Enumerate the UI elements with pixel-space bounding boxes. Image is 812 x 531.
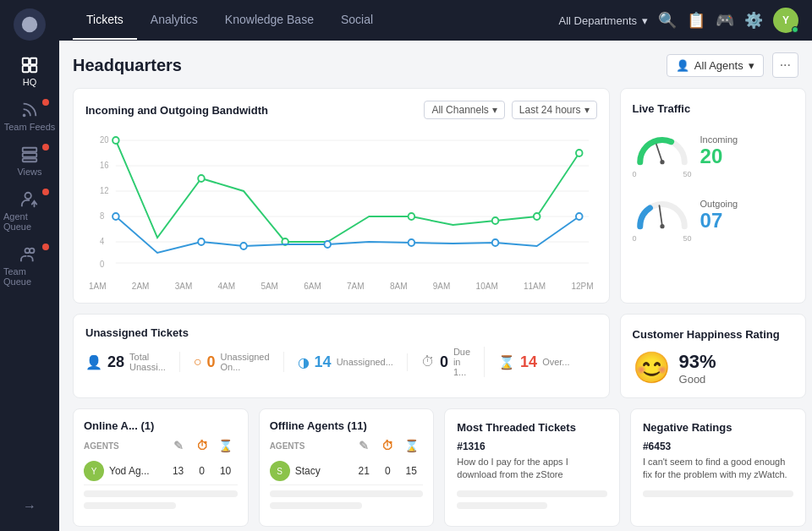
svg-point-5 (24, 115, 25, 117)
agent-name: Y Yod Ag... (84, 461, 167, 481)
svg-point-34 (324, 241, 331, 248)
svg-point-28 (492, 217, 499, 224)
bandwidth-title: Incoming and Outgoing Bandwidth (85, 104, 268, 117)
inbox-icon[interactable]: 📋 (687, 11, 705, 30)
happiness-content: 😊 93% Good (633, 350, 793, 386)
table-row: S Stacy 21 0 15 (270, 457, 424, 485)
tab-analytics[interactable]: Analytics (137, 1, 211, 40)
sidebar: HQ Team Feeds Views Agent Queue (0, 0, 59, 531)
chart-x-labels: 1AM 2AM 3AM 4AM 5AM 6AM 7AM 8AM 9AM 10AM… (85, 282, 597, 291)
bottom-grid: Online A... (1) AGENTS ✎ ⏱ ⌛ Y Yod Ag... (73, 408, 806, 527)
unassigned-tickets-card: Unassigned Tickets 👤 28 Total Unassi... … (73, 314, 610, 398)
negative-ticket-text: I can't seem to find a good enough fix f… (643, 456, 793, 482)
tab-tickets[interactable]: Tickets (73, 1, 137, 40)
svg-line-38 (656, 145, 662, 162)
skeleton-line (457, 502, 547, 509)
incoming-value: 20 (700, 145, 738, 168)
svg-point-33 (240, 243, 247, 249)
page-header: Headquarters 👤 All Agents ▾ ··· (73, 52, 798, 78)
incoming-gauge-svg (633, 124, 692, 167)
outgoing-gauge-svg (633, 189, 692, 231)
svg-point-25 (198, 175, 205, 182)
svg-rect-1 (23, 58, 29, 64)
svg-point-27 (409, 213, 415, 220)
svg-point-30 (576, 150, 583, 156)
outgoing-value: 07 (700, 209, 738, 233)
svg-point-37 (576, 213, 583, 220)
ticket-icon: ✎ (167, 439, 190, 452)
dashboard-grid: Incoming and Outgoing Bandwidth All Chan… (73, 88, 798, 527)
agentqueue-badge (42, 189, 49, 195)
settings-icon[interactable]: ⚙️ (744, 11, 763, 30)
stat-over: ⌛ 14 Over... (498, 353, 583, 371)
bandwidth-chart: 20 16 12 8 4 0 (85, 128, 597, 280)
page-title: Headquarters (73, 56, 182, 75)
happiness-percentage: 93% (679, 351, 716, 373)
sidebar-logo[interactable] (14, 8, 46, 41)
negative-ticket-id: #6453 (643, 441, 793, 452)
content: Headquarters 👤 All Agents ▾ ··· Incoming… (59, 41, 812, 531)
stat-total: 👤 28 Total Unassi... (85, 352, 180, 372)
svg-text:20: 20 (100, 135, 109, 145)
sidebar-item-views[interactable]: Views (0, 139, 59, 183)
stat-online-number: 0 (207, 353, 216, 371)
sidebar-item-agentqueue-label: Agent Queue (3, 211, 56, 232)
svg-point-11 (30, 249, 35, 254)
avatar: Y (84, 461, 104, 481)
department-selector[interactable]: All Departments ▾ (559, 14, 648, 27)
sidebar-item-hq-label: HQ (23, 77, 37, 87)
svg-point-36 (492, 239, 499, 246)
threaded-ticket-id: #1316 (457, 441, 607, 452)
sidebar-item-teamqueue[interactable]: Team Queue (0, 238, 59, 293)
outgoing-gauge: 0 50 Outgoing 07 (633, 189, 793, 243)
svg-point-32 (198, 238, 205, 245)
sidebar-item-hq[interactable]: HQ (0, 49, 59, 94)
more-options-button[interactable]: ··· (772, 52, 798, 78)
gauge-section: 0 50 Incoming 20 (633, 124, 793, 243)
channels-filter-button[interactable]: All Channels ▾ (424, 101, 504, 119)
sidebar-expand-button[interactable]: → (0, 490, 59, 523)
stat-unassigned-number: 14 (315, 353, 332, 371)
happiness-card: Customer Happiness Rating 😊 93% Good (620, 314, 806, 398)
svg-text:4: 4 (100, 237, 105, 246)
sidebar-item-teamfeeds-label: Team Feeds (4, 122, 56, 132)
offline-agents-title: Offline Agents (11) (270, 419, 424, 432)
svg-point-39 (660, 160, 664, 164)
happiness-title: Customer Happiness Rating (633, 328, 780, 341)
search-icon[interactable]: 🔍 (658, 11, 677, 30)
incoming-gauge: 0 50 Incoming 20 (633, 124, 793, 178)
incoming-label: Incoming (700, 134, 738, 145)
hourglass-col-icon: ⌛ (214, 439, 238, 452)
half-circle-icon: ◑ (298, 354, 310, 370)
skeleton-line (84, 502, 176, 509)
game-icon[interactable]: 🎮 (716, 11, 734, 30)
time-filter-button[interactable]: Last 24 hours ▾ (512, 101, 597, 119)
sidebar-item-teamfeeds[interactable]: Team Feeds (0, 94, 59, 139)
circle-icon: ○ (194, 354, 202, 370)
stat-total-number: 28 (107, 353, 124, 371)
svg-line-40 (659, 205, 662, 227)
all-agents-button[interactable]: 👤 All Agents ▾ (667, 54, 764, 77)
stat-over-number: 14 (520, 353, 537, 371)
stat-online: ○ 0 Unassigned On... (194, 352, 284, 372)
live-traffic-title: Live Traffic (633, 102, 691, 115)
negative-ratings-title: Negative Ratings (643, 421, 793, 434)
unassigned-stats: 👤 28 Total Unassi... ○ 0 Unassigned On..… (85, 347, 597, 377)
bottom-row: Online A... (1) AGENTS ✎ ⏱ ⌛ Y Yod Ag... (73, 408, 806, 527)
tab-knowledge-base[interactable]: Knowledge Base (211, 1, 327, 40)
svg-point-31 (112, 213, 119, 220)
chevron-down-icon: ▾ (749, 59, 754, 72)
skeleton-line (270, 490, 424, 497)
negative-ratings-card: Negative Ratings #6453 I can't seem to f… (630, 408, 806, 527)
bandwidth-card-header: Incoming and Outgoing Bandwidth All Chan… (85, 101, 597, 119)
avatar[interactable]: Y (773, 8, 798, 33)
skeleton-line (84, 490, 238, 497)
sidebar-item-agentqueue[interactable]: Agent Queue (0, 183, 59, 238)
tab-social[interactable]: Social (327, 1, 387, 40)
clock-col-icon: ⏱ (376, 439, 399, 452)
outgoing-gauge-info: Outgoing 07 (700, 199, 738, 233)
topnav: Tickets Analytics Knowledge Base Social … (59, 0, 812, 41)
online-agents-title: Online A... (1) (84, 419, 238, 432)
person-icon: 👤 (85, 354, 102, 370)
hourglass-icon: ⌛ (498, 354, 515, 370)
